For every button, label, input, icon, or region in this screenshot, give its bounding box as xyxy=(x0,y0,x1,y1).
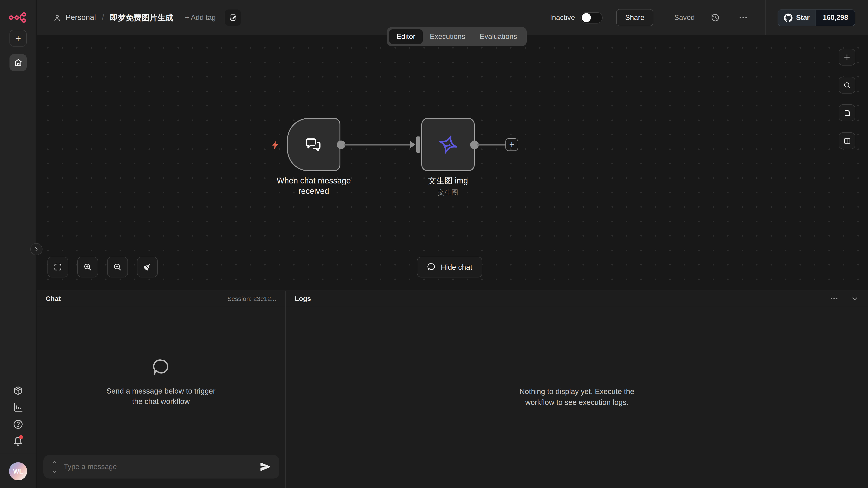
share-button[interactable]: Share xyxy=(616,9,653,26)
tab-executions[interactable]: Executions xyxy=(423,29,473,44)
chevron-up-icon[interactable] xyxy=(52,461,57,464)
chat-session-id[interactable]: Session: 23e12... xyxy=(227,295,276,302)
input-port[interactable] xyxy=(416,136,420,153)
chat-empty-message: Send a message below to trigger the chat… xyxy=(104,386,218,407)
fit-view-button[interactable] xyxy=(48,257,68,278)
expand-sidebar-button[interactable] xyxy=(30,243,42,255)
github-star-button[interactable]: Star xyxy=(778,10,815,26)
github-star-count[interactable]: 160,298 xyxy=(815,10,855,26)
chat-bubble-icon xyxy=(151,358,170,377)
node-jimeng-image[interactable] xyxy=(421,118,475,171)
tab-editor[interactable]: Editor xyxy=(389,29,423,44)
github-icon xyxy=(784,13,793,22)
logs-more-options-icon[interactable] xyxy=(830,294,839,303)
templates-icon[interactable] xyxy=(12,385,23,396)
version-history-icon[interactable] xyxy=(710,13,720,23)
tab-evaluations[interactable]: Evaluations xyxy=(472,29,524,44)
search-button[interactable] xyxy=(839,77,855,94)
zoom-in-button[interactable] xyxy=(77,257,98,278)
logs-panel-title: Logs xyxy=(295,295,311,302)
workflow-title[interactable]: 即梦免费图片生成 xyxy=(110,12,173,23)
breadcrumb-separator: / xyxy=(102,13,104,22)
toggle-knob xyxy=(582,13,591,22)
header-divider xyxy=(765,0,766,35)
help-icon[interactable] xyxy=(12,419,23,430)
notification-dot xyxy=(19,435,23,439)
breadcrumb-project[interactable]: Personal xyxy=(66,13,96,22)
node-chat-trigger[interactable] xyxy=(287,118,340,171)
insights-icon[interactable] xyxy=(12,402,23,413)
hide-chat-label: Hide chat xyxy=(441,263,472,271)
tidy-up-button[interactable] xyxy=(137,257,158,278)
chat-panel-title: Chat xyxy=(46,295,61,302)
avatar[interactable]: WL xyxy=(9,462,27,480)
saved-status: Saved xyxy=(674,13,695,22)
workflow-status-label: Inactive xyxy=(550,13,575,22)
view-tabs: Editor Executions Evaluations xyxy=(387,27,527,46)
trigger-bolt-icon xyxy=(271,139,280,151)
connection-wire[interactable] xyxy=(344,144,411,145)
chat-input-container xyxy=(43,455,279,479)
zoom-out-button[interactable] xyxy=(107,257,128,278)
github-star-label: Star xyxy=(796,13,810,22)
logs-panel: Logs Nothing to display yet. Execute the… xyxy=(286,291,868,488)
chat-message-input[interactable] xyxy=(64,463,259,471)
person-icon xyxy=(53,13,61,22)
connection-arrow xyxy=(410,141,415,148)
edit-note-button[interactable] xyxy=(225,9,241,26)
hide-chat-button[interactable]: Hide chat xyxy=(417,257,482,278)
chat-panel-header: Chat Session: 23e12... xyxy=(37,291,285,306)
sidebar-item-overview[interactable] xyxy=(9,54,27,71)
logs-panel-header: Logs xyxy=(286,291,868,306)
sidebar-divider xyxy=(0,454,36,454)
sticky-note-button[interactable] xyxy=(839,104,855,121)
toggle-panel-button[interactable] xyxy=(839,132,855,149)
workflow-canvas[interactable]: + When chat message received 文生图 img 文生图 xyxy=(37,35,868,291)
app-window: + WL xyxy=(0,0,868,488)
bottom-panel: Chat Session: 23e12... Send a message be… xyxy=(37,291,868,488)
sidebar: + WL xyxy=(0,0,36,488)
add-tag-button[interactable]: + Add tag xyxy=(185,13,216,22)
github-star-widget[interactable]: Star 160,298 xyxy=(778,9,855,26)
add-node-button[interactable] xyxy=(839,49,855,66)
add-connected-node-button[interactable]: + xyxy=(505,138,518,151)
node-label: When chat message received xyxy=(269,176,359,197)
active-toggle[interactable] xyxy=(580,12,602,23)
logs-empty-message: Nothing to display yet. Execute the work… xyxy=(511,386,643,408)
notifications-bell-icon[interactable] xyxy=(12,435,23,447)
collapse-logs-chevron-icon[interactable] xyxy=(851,294,859,302)
sidebar-add-workflow-button[interactable]: + xyxy=(9,30,27,46)
n8n-logo-icon[interactable] xyxy=(8,12,28,23)
logs-empty-state: Nothing to display yet. Execute the work… xyxy=(286,306,868,488)
more-options-icon[interactable] xyxy=(738,13,748,23)
node-subtitle: 文生图 xyxy=(389,188,507,197)
session-nav xyxy=(52,461,57,473)
chat-bubble-icon xyxy=(427,263,436,271)
send-message-icon[interactable] xyxy=(259,461,271,473)
chat-panel: Chat Session: 23e12... Send a message be… xyxy=(37,291,286,488)
connection-stub xyxy=(477,144,506,145)
chevron-down-icon[interactable] xyxy=(52,470,57,473)
node-label: 文生图 img xyxy=(389,176,507,186)
